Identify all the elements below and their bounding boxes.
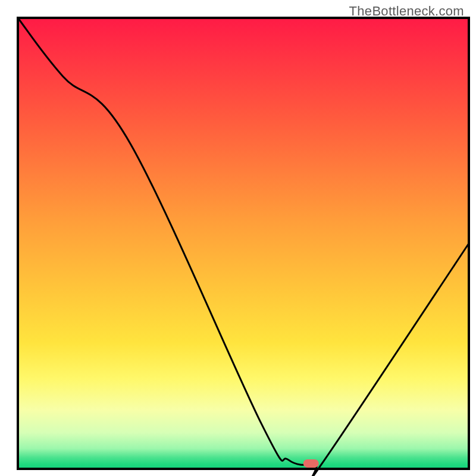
chart-svg — [0, 0, 476, 476]
watermark-text: TheBottleneck.com — [349, 4, 464, 19]
bottleneck-chart — [0, 0, 476, 476]
chart-background — [18, 18, 469, 469]
optimal-marker — [303, 459, 319, 468]
